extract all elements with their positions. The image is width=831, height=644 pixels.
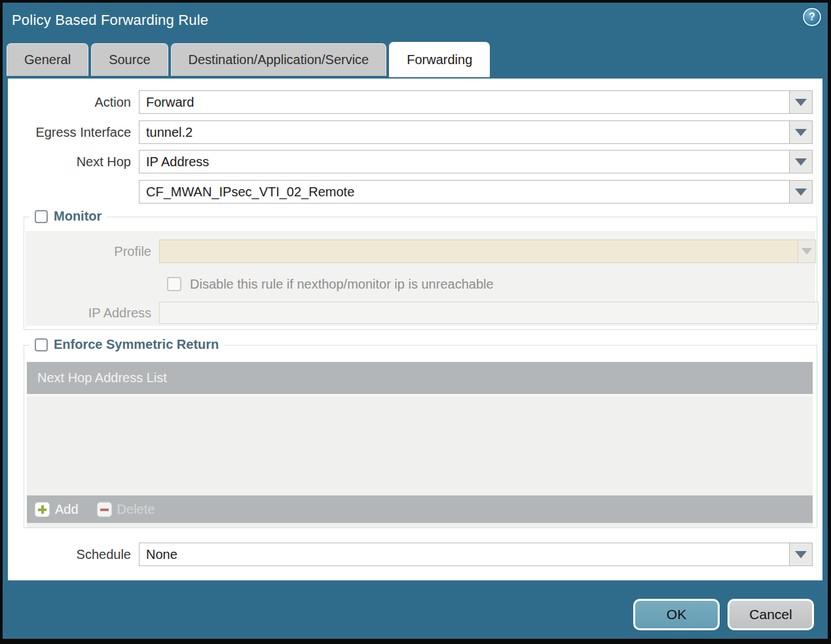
next-hop-address-list-header: Next Hop Address List (27, 362, 813, 394)
monitor-group: Monitor Profile (24, 217, 817, 330)
profile-label: Profile (33, 244, 159, 259)
screen-frame: Policy Based Forwarding Rule ? General S… (0, 0, 831, 644)
monitor-ip-address-input (159, 302, 819, 324)
profile-combobox (159, 240, 816, 263)
monitor-legend: Monitor (29, 209, 107, 224)
add-button[interactable]: Add (35, 502, 79, 517)
chevron-down-icon (802, 248, 812, 255)
cancel-button[interactable]: Cancel (728, 599, 814, 630)
action-input[interactable] (139, 90, 789, 114)
add-icon (35, 502, 50, 517)
tab-general[interactable]: General (7, 43, 88, 76)
table-bottom-strip (27, 523, 813, 528)
enforce-symmetric-return-legend-label: Enforce Symmetric Return (54, 337, 219, 352)
delete-icon (97, 502, 112, 517)
chevron-down-icon (795, 158, 807, 166)
profile-dropdown-trigger (798, 240, 816, 263)
action-combobox (139, 90, 813, 114)
schedule-dropdown-trigger[interactable] (789, 543, 813, 566)
next-hop-address-dropdown-trigger[interactable] (789, 180, 813, 204)
next-hop-address-list-body[interactable] (27, 394, 813, 495)
egress-interface-dropdown-trigger[interactable] (789, 120, 813, 144)
egress-interface-label: Egress Interface (8, 125, 139, 140)
schedule-label: Schedule (8, 547, 139, 562)
next-hop-address-list-toolbar: Add Delete (27, 495, 813, 523)
next-hop-address-list-header-label: Next Hop Address List (37, 370, 167, 385)
next-hop-combobox (139, 150, 813, 173)
help-glyph: ? (809, 11, 815, 23)
chevron-down-icon (795, 99, 807, 106)
monitor-ip-address-label: IP Address (33, 306, 159, 321)
help-icon[interactable]: ? (803, 8, 821, 26)
monitor-checkbox[interactable] (35, 210, 48, 223)
dialog-title: Policy Based Forwarding Rule (12, 12, 208, 29)
next-hop-address-input[interactable] (139, 180, 789, 204)
action-label: Action (8, 95, 139, 110)
delete-button: Delete (97, 502, 155, 517)
next-hop-address-combobox (139, 180, 813, 204)
schedule-combobox (139, 543, 813, 566)
tab-bar: General Source Destination/Application/S… (7, 43, 492, 79)
schedule-input[interactable] (139, 543, 789, 566)
enforce-symmetric-return-group: Enforce Symmetric Return Next Hop Addres… (24, 345, 817, 528)
monitor-panel: Profile Disable this rule if nexthop/mon… (26, 231, 815, 326)
disable-rule-checkbox (167, 277, 181, 291)
egress-interface-input[interactable] (139, 120, 789, 144)
tab-destination-application-service[interactable]: Destination/Application/Service (171, 43, 387, 76)
monitor-legend-label: Monitor (54, 209, 102, 224)
pbf-rule-dialog: Policy Based Forwarding Rule ? General S… (3, 3, 828, 639)
chevron-down-icon (795, 188, 807, 196)
next-hop-dropdown-trigger[interactable] (789, 150, 813, 173)
next-hop-type-input[interactable] (139, 150, 789, 173)
enforce-symmetric-return-legend: Enforce Symmetric Return (29, 337, 224, 352)
forwarding-tab-panel: Action Egress Interface (8, 79, 822, 581)
chevron-down-icon (795, 551, 807, 558)
enforce-symmetric-return-checkbox[interactable] (35, 338, 48, 351)
add-button-label: Add (55, 502, 79, 517)
egress-interface-combobox (139, 120, 813, 144)
dialog-titlebar: Policy Based Forwarding Rule ? (3, 3, 828, 41)
disable-rule-label: Disable this rule if nexthop/monitor ip … (190, 277, 494, 292)
next-hop-address-list-table: Next Hop Address List Add Delete (27, 362, 813, 528)
chevron-down-icon (795, 129, 807, 136)
ok-button[interactable]: OK (633, 599, 720, 630)
tab-forwarding[interactable]: Forwarding (389, 42, 490, 77)
tab-source[interactable]: Source (91, 43, 168, 76)
next-hop-label: Next Hop (8, 154, 139, 170)
action-dropdown-trigger[interactable] (789, 90, 813, 114)
profile-input (159, 240, 798, 263)
delete-button-label: Delete (117, 502, 155, 517)
